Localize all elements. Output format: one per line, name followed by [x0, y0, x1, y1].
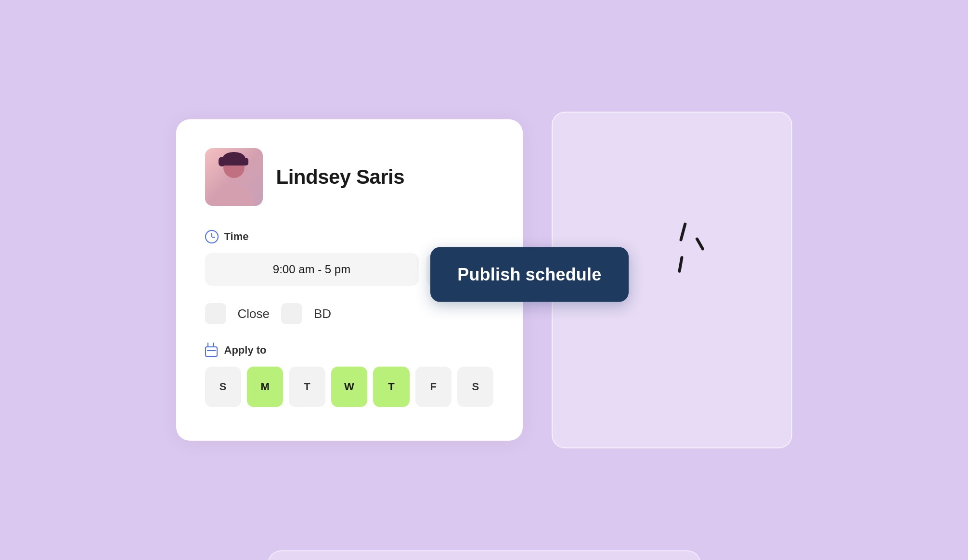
day-button-6[interactable]: S [457, 367, 493, 407]
bd-label: BD [314, 306, 331, 321]
avatar [205, 148, 263, 206]
days-row: SMTWTFS [205, 367, 494, 407]
time-range-box[interactable]: 9:00 am - 5 pm [205, 253, 419, 286]
calendar-icon [205, 344, 219, 357]
close-checkbox[interactable] [205, 303, 226, 324]
publish-button-container: Publish schedule [430, 247, 628, 302]
flags-row: Close BD [205, 303, 494, 324]
day-button-4[interactable]: T [373, 367, 409, 407]
day-button-2[interactable]: T [289, 367, 325, 407]
apply-section: Apply to SMTWTFS [205, 344, 494, 407]
profile-section: Lindsey Saris [205, 148, 494, 206]
bd-checkbox[interactable] [281, 303, 302, 324]
clock-icon [205, 230, 219, 243]
calendar-icon-body [205, 346, 218, 357]
time-section-label: Time [205, 230, 494, 243]
apply-section-label: Apply to [205, 344, 494, 357]
avatar-hair [222, 152, 245, 165]
day-button-5[interactable]: F [415, 367, 452, 407]
page-container: Lindsey Saris Time 9:00 am - 5 pm 8 hrs … [147, 112, 821, 448]
apply-to-text: Apply to [224, 344, 267, 356]
profile-name: Lindsey Saris [276, 165, 405, 189]
bottom-ghost-card [268, 550, 701, 560]
publish-schedule-button[interactable]: Publish schedule [430, 247, 628, 302]
calendar-icon-pin1 [207, 343, 208, 346]
day-button-3[interactable]: W [331, 367, 367, 407]
day-button-0[interactable]: S [205, 367, 241, 407]
calendar-icon-pin2 [213, 343, 214, 346]
avatar-image [205, 148, 263, 206]
main-card: Lindsey Saris Time 9:00 am - 5 pm 8 hrs … [176, 119, 523, 441]
close-label: Close [238, 306, 270, 321]
time-label-text: Time [224, 230, 249, 243]
day-button-1[interactable]: M [247, 367, 283, 407]
